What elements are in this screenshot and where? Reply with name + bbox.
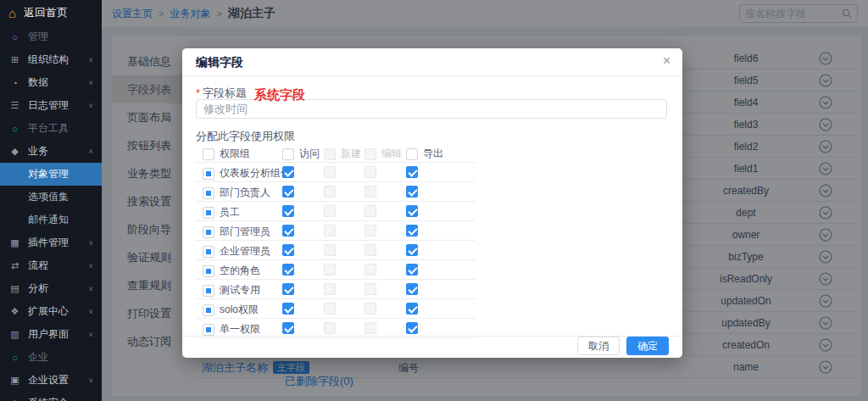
checkbox-disabled (364, 244, 376, 256)
chevron-down-icon: ∨ (88, 102, 93, 109)
checkbox-checked[interactable] (406, 264, 418, 276)
checkbox-header-访问[interactable] (282, 148, 294, 160)
sidebar-item-管理[interactable]: ○管理 (0, 25, 102, 48)
checkbox-disabled (364, 205, 376, 217)
sidebar-item-扩展中心[interactable]: ❖扩展中心∨ (0, 300, 102, 323)
sidebar-item-企业设置[interactable]: ▣企业设置∨ (0, 369, 102, 392)
checkbox-checked[interactable] (406, 166, 418, 178)
checkbox-checked[interactable] (282, 244, 294, 256)
checkbox-group-indeterminate[interactable] (203, 187, 214, 199)
checkbox-group-indeterminate[interactable] (203, 207, 214, 219)
confirm-button[interactable]: 确定 (626, 337, 669, 355)
sidebar-item-label: 企业设置 (28, 373, 69, 387)
permission-cell-新建 (324, 186, 336, 198)
circle-icon: ○ (8, 353, 21, 363)
sidebar-item-对象管理[interactable]: 对象管理 (0, 163, 102, 186)
checkbox-checked[interactable] (406, 205, 418, 217)
sidebar-item-label: 数据 (28, 75, 48, 90)
sidebar-item-邮件通知[interactable]: 邮件通知 (0, 209, 102, 231)
permission-column-label: 权限组 (220, 147, 250, 161)
checkbox-checked[interactable] (406, 225, 418, 237)
checkbox-checked[interactable] (406, 322, 418, 334)
sidebar-item-label: 企业 (28, 350, 48, 365)
sidebar-item-平台工具[interactable]: ○平台工具 (0, 117, 102, 140)
checkbox-disabled (364, 225, 376, 237)
checkbox-group-indeterminate[interactable] (203, 265, 214, 277)
checkbox-group-indeterminate[interactable] (203, 168, 214, 180)
permission-group-cell: 单一权限 (203, 322, 260, 337)
permission-cell-访问 (282, 322, 294, 334)
sidebar-item-业务[interactable]: ◆业务∧ (0, 140, 102, 163)
permission-cell-访问 (282, 166, 294, 178)
permission-section-title: 分配此字段使用权限 (196, 129, 295, 144)
permission-group-label: solo权限 (220, 303, 259, 317)
shield-icon: ◈ (8, 398, 21, 401)
checkbox-checked[interactable] (282, 303, 294, 315)
clock-icon: ◔ (8, 78, 21, 88)
permission-cell-导出 (406, 225, 418, 237)
permission-cell-访问 (282, 264, 294, 276)
checkbox-disabled (324, 322, 336, 334)
permission-cell-编辑 (364, 166, 376, 178)
permission-row-测试专用: 测试专用 (196, 280, 476, 299)
sidebar-item-label: 管理 (28, 30, 48, 44)
sidebar-item-组织结构[interactable]: ⊞组织结构∨ (0, 48, 102, 71)
checkbox-group-indeterminate[interactable] (203, 285, 214, 297)
checkbox-checked[interactable] (406, 244, 418, 256)
permission-row-部门管理员: 部门管理员 (196, 221, 476, 241)
permission-cell-导出 (406, 283, 418, 295)
checkbox-header-导出[interactable] (406, 148, 418, 160)
sidebar-item-插件管理[interactable]: ▦插件管理∨ (0, 231, 102, 254)
permission-cell-新建 (324, 264, 336, 276)
sidebar-item-label: 业务 (28, 144, 48, 159)
permission-cell-导出 (406, 322, 418, 334)
circle-icon: ○ (8, 124, 21, 134)
permission-cell-编辑 (364, 283, 376, 295)
permission-cell-访问 (282, 303, 294, 315)
sidebar-item-系统安全[interactable]: ◈系统安全 (0, 392, 102, 401)
permission-cell-访问 (282, 225, 294, 237)
sidebar-item-label: 用户界面 (28, 327, 69, 342)
checkbox-disabled (364, 322, 376, 334)
sidebar-item-选项值集[interactable]: 选项值集 (0, 186, 102, 209)
sidebar-item-流程[interactable]: ⇄流程∨ (0, 254, 102, 277)
sidebar-item-label: 流程 (28, 259, 48, 273)
checkbox-header-权限组[interactable] (203, 148, 214, 160)
permission-group-label: 部门管理员 (220, 225, 270, 239)
close-icon[interactable]: × (663, 53, 670, 69)
checkbox-group-indeterminate[interactable] (203, 226, 214, 238)
checkbox-disabled (324, 244, 336, 256)
checkbox-group-indeterminate[interactable] (203, 324, 214, 336)
sidebar-item-日志管理[interactable]: ☰日志管理∨ (0, 94, 102, 117)
checkbox-group-indeterminate[interactable] (203, 304, 214, 316)
chevron-down-icon: ∨ (88, 285, 93, 292)
permission-group-label: 单一权限 (220, 322, 260, 337)
list-icon: ☰ (8, 100, 21, 111)
checkbox-checked[interactable] (282, 186, 294, 198)
permission-group-cell: 空的角色 (203, 264, 260, 278)
sidebar-home-link[interactable]: ⌂ 返回首页 (0, 0, 102, 25)
sidebar-item-分析[interactable]: ▤分析∨ (0, 277, 102, 300)
permission-column-权限组: 权限组 (203, 147, 250, 161)
checkbox-checked[interactable] (282, 322, 294, 334)
checkbox-checked[interactable] (406, 186, 418, 198)
permission-cell-访问 (282, 283, 294, 295)
sidebar-item-用户界面[interactable]: ▥用户界面∨ (0, 323, 102, 346)
checkbox-checked[interactable] (406, 303, 418, 315)
sidebar-item-数据[interactable]: ◔数据∨ (0, 71, 102, 94)
permission-cell-导出 (406, 205, 418, 217)
checkbox-checked[interactable] (406, 283, 418, 295)
checkbox-checked[interactable] (282, 166, 294, 178)
checkbox-checked[interactable] (282, 283, 294, 295)
cancel-button[interactable]: 取消 (577, 337, 620, 355)
checkbox-checked[interactable] (282, 264, 294, 276)
permission-header-row: 权限组访问新建编辑导出 (196, 143, 476, 163)
permission-group-cell: 仪表板分析组件 (203, 166, 291, 181)
checkbox-checked[interactable] (282, 225, 294, 237)
checkbox-disabled (324, 225, 336, 237)
checkbox-checked[interactable] (282, 205, 294, 217)
extension-icon: ❖ (8, 306, 21, 317)
sidebar-item-企业[interactable]: ○企业 (0, 346, 102, 369)
checkbox-group-indeterminate[interactable] (203, 246, 214, 258)
permission-cell-新建 (324, 225, 336, 237)
